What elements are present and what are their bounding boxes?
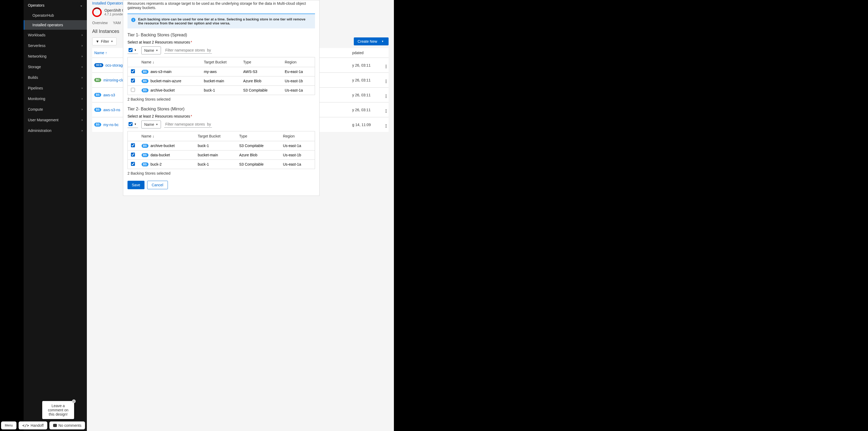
nav-operators[interactable]: Operators ⌄ — [24, 0, 87, 11]
resource-link[interactable]: ocs-storage — [105, 63, 125, 67]
save-button[interactable]: Save — [127, 181, 145, 189]
filter-input[interactable] — [164, 121, 212, 128]
bucket-cell: buck-1 — [200, 86, 240, 95]
filter-input[interactable] — [164, 46, 212, 54]
handoff-button[interactable]: </>Handoff — [19, 422, 47, 429]
row-checkbox[interactable] — [131, 143, 135, 147]
region-cell: Us-east-1a — [280, 160, 315, 169]
table-row[interactable]: BSbucket-main-azurebucket-mainAzure Blob… — [128, 76, 315, 86]
resource-link[interactable]: aws-s3-ns — [103, 108, 120, 112]
code-icon: </> — [22, 423, 29, 428]
resource-badge: BS — [94, 123, 101, 127]
tab-yaml[interactable]: YAM — [113, 21, 121, 25]
bs-badge: BS — [142, 153, 149, 157]
sort-up-icon: ↑ — [105, 51, 107, 55]
sidebar: Operators ⌄ OperatorHub Installed operat… — [24, 0, 87, 431]
name-filter-dropdown[interactable]: Name ▼ — [141, 121, 161, 128]
backing-stores-modal: Resources represents a storage target to… — [123, 0, 319, 196]
nav-builds[interactable]: Builds › — [24, 72, 87, 83]
caret-down-icon: ▼ — [156, 49, 158, 52]
nav-administration[interactable]: Administration › — [24, 125, 87, 136]
store-name: buck-2 — [151, 162, 162, 166]
bs-badge: BS — [142, 162, 149, 166]
select-all-checkbox[interactable] — [129, 122, 132, 126]
type-cell: S3 Compitable — [236, 160, 280, 169]
tab-overview[interactable]: Overview — [92, 21, 107, 25]
openshift-logo-icon — [92, 7, 102, 17]
nav-operatorhub[interactable]: OperatorHub — [24, 11, 87, 20]
chevron-right-icon: › — [82, 65, 83, 69]
nav-compute[interactable]: Compute › — [24, 104, 87, 114]
comments-button[interactable]: No comments — [50, 422, 85, 429]
bucket-cell: buck-1 — [195, 141, 236, 151]
kebab-icon[interactable] — [386, 65, 386, 68]
table-row[interactable]: BSbuck-2buck-1S3 CompitableUs-east-1a — [128, 160, 315, 169]
kebab-icon[interactable] — [386, 79, 386, 83]
sort-down-icon: ↓ — [152, 134, 154, 138]
nav-pipelines[interactable]: Pipelines › — [24, 83, 87, 93]
type-cell: AWS-S3 — [240, 67, 281, 76]
store-name: aws-s3-main — [151, 70, 172, 74]
select-all-checkbox[interactable] — [129, 48, 132, 52]
col-updated[interactable]: pdated — [352, 51, 364, 55]
menu-button[interactable]: Menu — [1, 422, 17, 429]
nav-user-management[interactable]: User Management › — [24, 114, 87, 125]
chevron-right-icon: › — [82, 97, 83, 101]
updated-cell: y 26, 03:11 — [350, 88, 378, 102]
bs-badge: BS — [142, 88, 149, 92]
create-new-button[interactable]: Create New ▼ — [354, 37, 389, 45]
table-row[interactable]: BSarchive-bucketbuck-1S3 CompitableUs-ea… — [128, 86, 315, 95]
nav-installed-operators[interactable]: Installed operators — [24, 20, 87, 30]
type-cell: Azure Blob — [236, 151, 280, 160]
name-filter-dropdown[interactable]: Name ▼ — [141, 46, 161, 55]
resource-link[interactable]: my-ns-bc — [103, 123, 119, 127]
table-row[interactable]: BSaws-s3-mainmy-awsAWS-S3Eu-east-1a — [128, 67, 315, 76]
resource-badge: BC — [94, 78, 101, 82]
row-checkbox[interactable] — [131, 78, 135, 82]
filter-icon: ▼ — [96, 39, 99, 43]
caret-down-icon: ▼ — [111, 40, 113, 43]
table-row[interactable]: BSarchive-bucketbuck-1S3 CompitableUs-ea… — [128, 141, 315, 151]
nav-monitoring[interactable]: Monitoring › — [24, 93, 87, 104]
tier1-selected-count: 2 Backing Stores selected — [127, 97, 315, 101]
region-cell: Us-east-1a — [280, 141, 315, 151]
col-name[interactable]: Name — [94, 51, 104, 55]
resource-badge: OCS — [94, 63, 103, 67]
store-name: bucket-main-azure — [151, 79, 181, 83]
resource-link[interactable]: aws-s3 — [103, 93, 115, 97]
table-row[interactable]: BSdata-bucketbucket-mainAzure BlobUs-eas… — [128, 151, 315, 160]
bucket-cell: buck-1 — [195, 160, 236, 169]
region-cell: Eu-east-1a — [282, 67, 315, 76]
design-bottom-bar: Menu </>Handoff No comments — [1, 420, 85, 431]
kebab-icon[interactable] — [386, 95, 386, 98]
cancel-button[interactable]: Cancel — [147, 181, 168, 189]
main-content: Installed Operators › OpenShift Co 4.7.1… — [87, 0, 394, 431]
close-icon[interactable]: × — [72, 399, 76, 403]
updated-cell: g 14, 11:09 — [350, 117, 378, 132]
tier1-requirement: Select at least 2 Resources resources* — [127, 40, 315, 44]
bucket-cell: bucket-main — [200, 76, 240, 86]
tier1-table: Name ↓ Target Bucket Type Region BSaws-s… — [127, 57, 315, 95]
store-name: archive-bucket — [151, 143, 175, 148]
select-all-dropdown[interactable]: ▼ — [127, 46, 138, 54]
info-icon: i — [131, 18, 135, 22]
nav-networking[interactable]: Networking › — [24, 51, 87, 62]
kebab-icon[interactable] — [386, 124, 386, 128]
nav-serverless[interactable]: Serverless › — [24, 40, 87, 51]
tier2-selected-count: 2 Backing Stores selected — [127, 171, 315, 175]
kebab-icon[interactable] — [386, 109, 386, 113]
chevron-right-icon: › — [82, 118, 83, 122]
bucket-cell: my-aws — [200, 67, 240, 76]
row-checkbox[interactable] — [131, 162, 135, 166]
filter-dropdown[interactable]: ▼ Filter ▼ — [92, 37, 117, 45]
row-checkbox[interactable] — [131, 69, 135, 73]
updated-cell: y 26, 03:11 — [350, 102, 378, 117]
select-all-dropdown[interactable]: ▼ — [127, 121, 138, 128]
nav-storage[interactable]: Storage › — [24, 62, 87, 72]
nav-workloads[interactable]: Workloads › — [24, 30, 87, 40]
sort-down-icon: ↓ — [152, 60, 154, 64]
breadcrumb-installed[interactable]: Installed Operators — [92, 1, 124, 5]
row-checkbox[interactable] — [131, 153, 135, 157]
row-checkbox[interactable] — [131, 88, 135, 92]
resource-link[interactable]: mirroring-clo — [103, 78, 124, 82]
